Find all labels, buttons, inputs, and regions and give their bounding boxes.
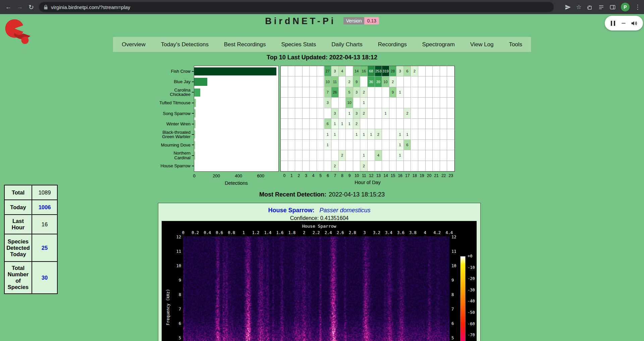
- chart-bar-panel: [194, 66, 279, 172]
- heatmap-cell: [310, 98, 317, 108]
- spec-ytick: 12: [451, 235, 466, 239]
- nav-item-spectrogram[interactable]: Spectrogram: [422, 41, 455, 48]
- heatmap-cell: [288, 76, 296, 87]
- audio-player: [605, 16, 643, 31]
- heatmap-cell: 28: [389, 66, 397, 76]
- heatmap-cell: [281, 150, 288, 161]
- species-label: Song Sparrow: [111, 108, 194, 119]
- heatmap-cell: 1: [368, 129, 375, 139]
- heatmap-cell: 2: [360, 108, 368, 119]
- chart-heatmap-panel: 2734141668253319283621011293639102726532…: [280, 66, 455, 172]
- send-icon[interactable]: [565, 4, 571, 10]
- profile-avatar[interactable]: P: [621, 3, 630, 11]
- heatmap-cell: [281, 76, 288, 87]
- nav-item-best-recordings[interactable]: Best Recordings: [224, 41, 266, 48]
- species-label: Black-throated Green Warbler: [111, 129, 194, 139]
- spectrogram-colorbar: [460, 256, 466, 341]
- nav-item-today-s-detections[interactable]: Today's Detections: [161, 41, 209, 48]
- heatmap-cell: [281, 119, 288, 129]
- reading-list-icon[interactable]: [598, 4, 604, 10]
- heatmap-cell: [404, 76, 411, 87]
- nav-item-tools[interactable]: Tools: [509, 41, 522, 48]
- heatmap-cell: [382, 98, 389, 108]
- version-value: 0.13: [364, 17, 379, 24]
- heatmap-cell: [295, 150, 303, 161]
- heatmap-cell: [368, 119, 375, 129]
- hour-xtick: 4: [312, 173, 315, 178]
- bookmark-star-icon[interactable]: ☆: [576, 4, 582, 10]
- heatmap-cell: [418, 98, 426, 108]
- side-panel-icon[interactable]: [609, 4, 616, 10]
- heatmap-cell: 14: [353, 66, 361, 76]
- detection-title: House Sparrow: Passer domesticus: [158, 207, 480, 214]
- back-icon[interactable]: ←: [3, 3, 14, 11]
- heatmap-cell: [375, 87, 382, 98]
- heatmap-cell: [324, 150, 332, 161]
- heatmap-cell: [447, 140, 454, 150]
- bar-blue-jay: [194, 78, 207, 86]
- nav-item-overview[interactable]: Overview: [122, 41, 146, 48]
- heatmap-cell: [389, 98, 397, 108]
- species-label: Winter Wren: [111, 119, 194, 129]
- detection-scientific-name[interactable]: Passer domesticus: [319, 207, 370, 214]
- heatmap-cell: [418, 108, 426, 119]
- heatmap-cell: [339, 87, 346, 98]
- heatmap-cell: [440, 140, 447, 150]
- reload-icon[interactable]: ↻: [25, 3, 37, 11]
- nav-item-daily-charts[interactable]: Daily Charts: [331, 41, 363, 48]
- heatmap-cell: [447, 129, 454, 139]
- heatmap-cell: [288, 98, 296, 108]
- heatmap-cell: [411, 161, 419, 171]
- heatmap-cell: [368, 150, 375, 161]
- forward-icon[interactable]: →: [14, 3, 25, 11]
- hour-xtick: 9: [348, 173, 351, 178]
- url-text: virginia.birdnetpi.com/?stream=play: [51, 4, 130, 10]
- extensions-icon[interactable]: [587, 4, 593, 10]
- recent-detection-value: 2022-04-13 18:15:23: [329, 191, 385, 198]
- hour-xtick: 12: [369, 173, 373, 178]
- nav-item-recordings[interactable]: Recordings: [378, 41, 407, 48]
- heatmap-cell: 1: [396, 129, 404, 139]
- heatmap-cell: [433, 140, 440, 150]
- url-bar[interactable]: virginia.birdnetpi.com/?stream=play: [39, 2, 554, 12]
- heatmap-cell: [433, 98, 440, 108]
- heatmap-cell: 1: [346, 108, 353, 119]
- pause-button[interactable]: [610, 21, 616, 26]
- heatmap-cell: [375, 140, 382, 150]
- heatmap-cell: [368, 161, 375, 171]
- heatmap-cell: [418, 150, 426, 161]
- nav-item-species-stats[interactable]: Species Stats: [281, 41, 316, 48]
- stat-label: Species Detected Today: [4, 234, 32, 262]
- heatmap-cell: 36: [368, 76, 375, 87]
- browser-menu-icon[interactable]: ⋮: [635, 4, 641, 10]
- heatmap-cell: [288, 108, 296, 119]
- heatmap-cell: 1: [360, 150, 368, 161]
- stats-table: Total1089Today1006Last Hour16Species Det…: [4, 185, 58, 294]
- heatmap-cell: [303, 108, 310, 119]
- heatmap-cell: [375, 119, 382, 129]
- seek-bar[interactable]: [622, 23, 626, 24]
- detection-common-name[interactable]: House Sparrow:: [268, 207, 314, 214]
- volume-icon[interactable]: [631, 20, 638, 27]
- stat-value[interactable]: 30: [32, 262, 57, 294]
- heatmap-cell: [426, 66, 433, 76]
- hour-xtick: 6: [327, 173, 329, 178]
- heatmap-cell: 3: [396, 66, 404, 76]
- hour-xtick: 21: [434, 173, 438, 178]
- screen: ← → ↻ virginia.birdnetpi.com/?stream=pla…: [0, 0, 644, 341]
- heatmap-cell: [310, 140, 317, 150]
- heatmap-cell: [317, 66, 324, 76]
- heatmap-cell: [324, 161, 332, 171]
- heatmap-cell: 2: [339, 150, 346, 161]
- stats-table-body: Total1089Today1006Last Hour16Species Det…: [4, 185, 57, 294]
- stat-value[interactable]: 25: [32, 234, 57, 262]
- heatmap-cell: [310, 76, 317, 87]
- heatmap-cell: [433, 161, 440, 171]
- stat-value[interactable]: 1006: [32, 200, 57, 215]
- heatmap-cell: [310, 150, 317, 161]
- nav-item-view-log[interactable]: View Log: [470, 41, 494, 48]
- heatmap-cell: [339, 140, 346, 150]
- heatmap-cell: 1: [331, 129, 339, 139]
- heatmap-cell: 10: [382, 76, 389, 87]
- heatmap-cell: 1: [396, 150, 404, 161]
